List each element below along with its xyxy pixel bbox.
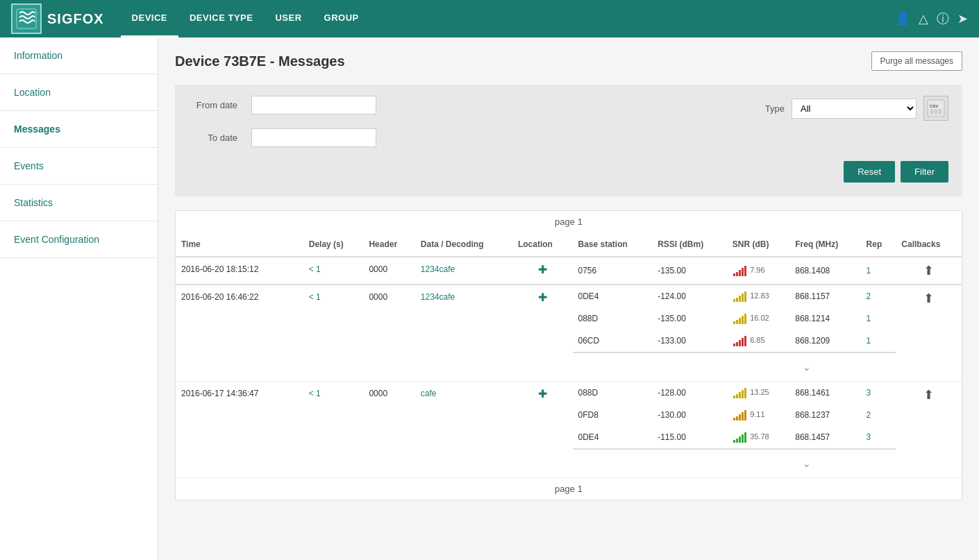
svg-rect-30 <box>742 390 744 398</box>
cell-location: ✚ <box>512 382 573 450</box>
sidebar-item-location[interactable]: Location <box>0 74 158 111</box>
cell-freq: 868.1214 <box>789 307 860 330</box>
expand-chevron[interactable]: ⌄ <box>658 359 956 375</box>
cell-rssi: -135.00 <box>652 307 727 330</box>
svg-rect-22 <box>733 343 735 346</box>
table-row: 2016-06-20 16:46:22 < 1 0000 1234cafe ✚ … <box>176 285 962 307</box>
sidebar-item-statistics[interactable]: Statistics <box>0 185 158 221</box>
col-time: Time <box>176 232 303 257</box>
cell-location: ✚ <box>512 257 573 285</box>
svg-rect-11 <box>744 266 746 276</box>
nav-group[interactable]: GROUP <box>313 0 370 37</box>
svg-rect-26 <box>744 336 746 346</box>
cell-callbacks: ⬆ <box>896 257 962 285</box>
col-delay: Delay (s) <box>303 232 364 257</box>
nav-device-type[interactable]: DEVICE TYPE <box>178 0 264 37</box>
logo-text: SIGFOX <box>47 11 104 27</box>
svg-rect-7 <box>733 273 735 276</box>
csv-download-button[interactable]: CSV <box>923 96 948 121</box>
table-row: 2016-06-17 14:36:47 < 1 0000 cafe ✚ 088D… <box>176 382 962 405</box>
cell-time: 2016-06-17 14:36:47 <box>176 382 303 450</box>
sidebar-item-messages[interactable]: Messages <box>0 111 158 148</box>
cell-rep: 1 <box>861 257 896 285</box>
svg-rect-37 <box>733 440 735 443</box>
col-callbacks: Callbacks <box>896 232 962 257</box>
from-date-label: From date <box>189 100 237 110</box>
cell-freq: 868.1461 <box>789 382 860 405</box>
svg-rect-19 <box>739 318 741 324</box>
sidebar-item-information[interactable]: Information <box>0 37 158 74</box>
location-icon[interactable]: ✚ <box>538 387 547 400</box>
sidebar: Information Location Messages Events Sta… <box>0 37 158 560</box>
svg-rect-28 <box>736 394 738 398</box>
svg-rect-33 <box>736 416 738 421</box>
table-body: 2016-06-20 18:15:12 < 1 0000 1234cafe ✚ … <box>176 257 962 478</box>
table-header: Time Delay (s) Header Data / Decoding Lo… <box>176 232 962 257</box>
callback-upload-icon[interactable]: ⬆ <box>923 388 934 402</box>
sidebar-item-events[interactable]: Events <box>0 148 158 185</box>
callback-upload-icon[interactable]: ⬆ <box>923 291 934 305</box>
type-label: Type <box>765 103 785 114</box>
svg-rect-36 <box>744 410 746 421</box>
svg-rect-39 <box>739 436 741 443</box>
cell-base: 0DE4 <box>573 285 653 307</box>
nav-user[interactable]: USER <box>264 0 312 37</box>
sidebar-item-event-configuration[interactable]: Event Configuration <box>0 221 158 258</box>
logo: SIGFOX <box>11 3 104 34</box>
cell-data: 1234cafe <box>415 257 512 285</box>
cell-delay: < 1 <box>303 257 364 285</box>
page-label-top: page 1 <box>176 211 962 232</box>
svg-rect-41 <box>744 432 746 443</box>
cell-base: 088D <box>573 382 653 405</box>
main-content: Device 73B7E - Messages Purge all messag… <box>158 37 979 560</box>
cell-delay: < 1 <box>303 285 364 353</box>
callback-upload-icon[interactable]: ⬆ <box>923 264 934 278</box>
svg-rect-17 <box>733 321 735 324</box>
cell-rep: 1 <box>861 307 896 330</box>
cell-snr: 12.83 <box>727 285 789 307</box>
type-select[interactable]: All Uplink Downlink Acknowledge <box>792 99 917 119</box>
location-icon[interactable]: ✚ <box>538 291 547 304</box>
cell-snr: 16.02 <box>727 307 789 330</box>
table-row: 2016-06-20 18:15:12 < 1 0000 1234cafe ✚ … <box>176 257 962 285</box>
user-icon[interactable]: 👤 <box>895 11 910 26</box>
help-icon[interactable]: ⓘ <box>937 10 949 27</box>
expand-chevron[interactable]: ⌄ <box>658 455 956 472</box>
cell-freq: 868.1408 <box>789 257 860 285</box>
cell-snr: 35.78 <box>727 426 789 449</box>
location-icon[interactable]: ✚ <box>538 263 547 276</box>
cell-freq: 868.1157 <box>789 285 860 307</box>
cell-header: 0000 <box>363 382 415 450</box>
svg-rect-18 <box>736 320 738 324</box>
warning-icon[interactable]: △ <box>919 11 928 26</box>
svg-rect-12 <box>733 299 735 302</box>
svg-rect-10 <box>742 268 744 276</box>
to-date-input[interactable] <box>251 128 376 147</box>
svg-text:CSV: CSV <box>930 104 938 108</box>
cell-rssi: -128.00 <box>652 382 727 405</box>
cell-rssi: -115.00 <box>652 426 727 449</box>
filter-button[interactable]: Filter <box>901 161 948 183</box>
nav-device[interactable]: DEVICE <box>121 0 178 37</box>
svg-rect-8 <box>736 272 738 276</box>
svg-rect-34 <box>739 414 741 421</box>
header: SIGFOX DEVICE DEVICE TYPE USER GROUP 👤 △… <box>0 0 979 37</box>
cell-data: cafe <box>415 382 512 450</box>
svg-rect-25 <box>742 338 744 346</box>
logout-icon[interactable]: ➤ <box>957 11 968 26</box>
cell-freq: 868.1209 <box>789 330 860 353</box>
cell-time: 2016-06-20 18:15:12 <box>176 257 303 285</box>
purge-button[interactable]: Purge all messages <box>871 51 962 71</box>
page-number-bottom: 1 <box>578 484 583 494</box>
svg-rect-21 <box>744 314 746 324</box>
from-date-row: From date <box>189 96 376 114</box>
cell-rssi: -130.00 <box>652 404 727 426</box>
reset-button[interactable]: Reset <box>844 161 895 183</box>
cell-base: 0FD8 <box>573 404 653 426</box>
cell-freq: 868.1457 <box>789 426 860 449</box>
cell-rep: 2 <box>861 285 896 307</box>
cell-snr: 13.25 <box>727 382 789 405</box>
from-date-input[interactable] <box>251 96 376 114</box>
col-rssi: RSSI (dBm) <box>652 232 727 257</box>
cell-rssi: -135.00 <box>652 257 727 285</box>
